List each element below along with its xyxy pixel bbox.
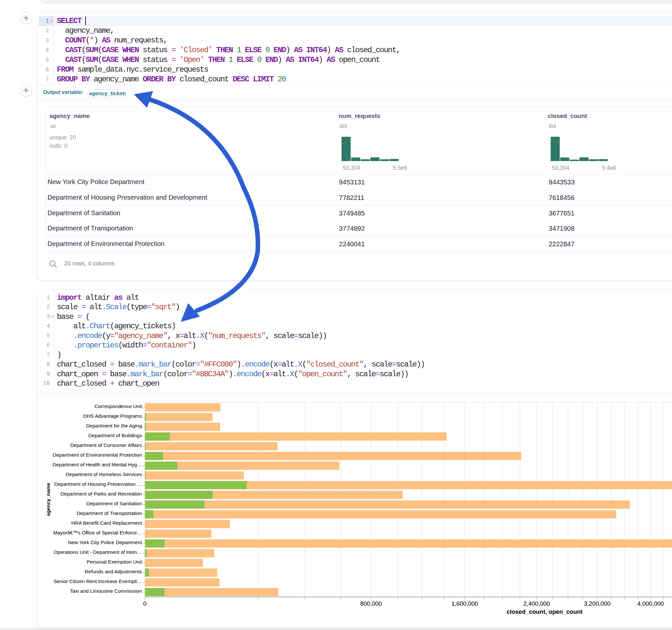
svg-text:2,400,000: 2,400,000 — [523, 600, 550, 607]
svg-text:Mayorâ€™s Office of Special En: Mayorâ€™s Office of Special Enforce… — [53, 530, 142, 535]
svg-text:0: 0 — [143, 600, 146, 607]
svg-text:Department of Health and Menta: Department of Health and Mental Hyg… — [52, 462, 142, 467]
svg-text:3,200,000: 3,200,000 — [584, 600, 610, 607]
svg-text:800,000: 800,000 — [360, 600, 382, 607]
svg-text:Department for the Aging: Department for the Aging — [86, 423, 142, 429]
svg-text:Department of Environmental Pr: Department of Environmental Protection — [52, 452, 142, 458]
svg-text:1,600,000: 1,600,000 — [451, 600, 478, 607]
svg-text:Department of Parks and Recrea: Department of Parks and Recreation — [60, 491, 142, 496]
svg-text:Department of Sanitation: Department of Sanitation — [87, 501, 142, 506]
svg-text:DHS Advantage Programs: DHS Advantage Programs — [83, 413, 142, 419]
svg-text:agency_name: agency_name — [45, 483, 51, 516]
svg-text:Personal Exemption Unit: Personal Exemption Unit — [87, 559, 142, 564]
svg-text:Operations Unit - Department o: Operations Unit - Department of Hom… — [54, 549, 142, 555]
svg-text:Department of Buildings: Department of Buildings — [89, 433, 142, 438]
svg-text:closed_count, open_count: closed_count, open_count — [507, 608, 582, 615]
svg-text:Department of Homeless Service: Department of Homeless Services — [66, 471, 142, 477]
svg-text:Department of Transportation: Department of Transportation — [76, 510, 142, 516]
svg-text:Refunds and Adjustments: Refunds and Adjustments — [85, 569, 142, 574]
svg-text:HRA Benefit Card Replacement: HRA Benefit Card Replacement — [71, 520, 142, 526]
svg-text:Department of Consumer Affairs: Department of Consumer Affairs — [70, 442, 142, 448]
svg-text:4,000,000: 4,000,000 — [637, 600, 664, 607]
svg-text:Correspondence Unit: Correspondence Unit — [95, 404, 142, 409]
svg-text:Senior Citizen Rent Increase E: Senior Citizen Rent Increase Exempti… — [53, 579, 142, 584]
svg-text:New York City Police Departmen: New York City Police Department — [68, 539, 142, 545]
svg-text:Department of Housing Preserva: Department of Housing Preservation … — [54, 481, 142, 487]
svg-text:Taxi and Limousine Commission: Taxi and Limousine Commission — [70, 588, 142, 594]
